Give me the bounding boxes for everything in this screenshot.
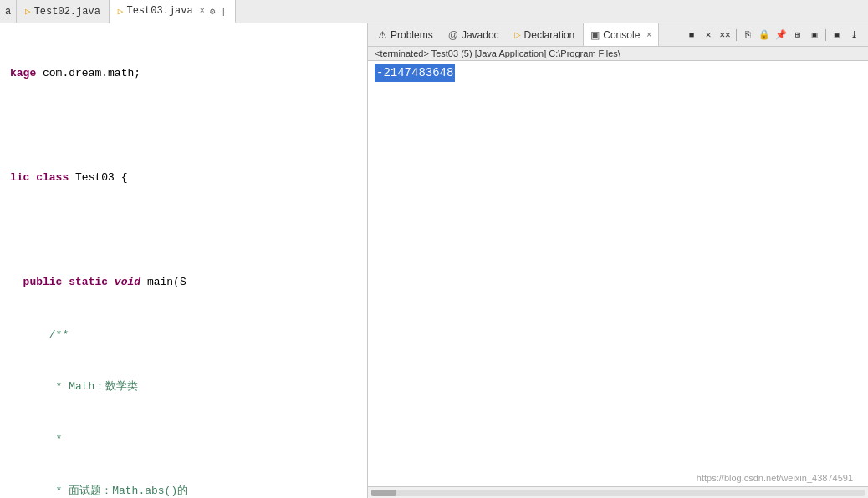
display-selected-icon[interactable]: ⊞ bbox=[790, 28, 805, 43]
panel-tab-problems-label: Problems bbox=[391, 29, 433, 41]
right-panel: ⚠ Problems @ Javadoc ▷ Declaration ▣ Con… bbox=[368, 23, 868, 498]
toolbar-sep-1 bbox=[736, 29, 737, 41]
java-file-icon-2: ▷ bbox=[118, 6, 124, 17]
panel-tab-declaration[interactable]: ▷ Declaration bbox=[508, 23, 582, 46]
console-scrollbar[interactable] bbox=[368, 486, 868, 498]
panel-tab-problems[interactable]: ⚠ Problems bbox=[371, 23, 440, 46]
console-content: <terminated> Test03 (5) [Java Applicatio… bbox=[368, 47, 868, 498]
lock-icon[interactable]: 🔒 bbox=[757, 28, 772, 43]
scrollbar-track[interactable] bbox=[371, 490, 865, 496]
tab-extra-icon: ⚙ | bbox=[210, 6, 227, 17]
tab-partial-label: a bbox=[5, 6, 11, 18]
panel-tab-console-label: Console bbox=[603, 29, 640, 41]
open-console-icon[interactable]: ▣ bbox=[807, 28, 822, 43]
tab-test03[interactable]: ▷ Test03.java × ⚙ | bbox=[110, 0, 236, 23]
code-line-1: kage com.dream.math; bbox=[10, 65, 357, 83]
problems-icon: ⚠ bbox=[378, 29, 387, 41]
output-value: -2147483648 bbox=[375, 64, 455, 82]
word-wrap-icon[interactable]: ⤓ bbox=[846, 28, 861, 43]
stop-icon[interactable]: ■ bbox=[684, 28, 699, 43]
panel-tab-javadoc[interactable]: @ Javadoc bbox=[442, 23, 506, 46]
panel-tab-javadoc-label: Javadoc bbox=[462, 29, 499, 41]
code-line-7: * Math：数学类 bbox=[10, 379, 357, 396]
console-output-area[interactable]: -2147483648 bbox=[368, 61, 868, 486]
java-file-icon: ▷ bbox=[25, 6, 31, 17]
console-status-bar: <terminated> Test03 (5) [Java Applicatio… bbox=[368, 47, 868, 61]
panel-tab-console[interactable]: ▣ Console × bbox=[583, 23, 659, 46]
remove-launch-icon[interactable]: ✕ bbox=[701, 28, 716, 43]
tab-test03-close[interactable]: × bbox=[200, 7, 205, 16]
editor-tab-bar: a ▷ Test02.java ▷ Test03.java × ⚙ | bbox=[0, 0, 868, 23]
panel-tab-bar: ⚠ Problems @ Javadoc ▷ Declaration ▣ Con… bbox=[368, 23, 868, 47]
code-line-9: * 面试题：Math.abs()的 bbox=[10, 483, 357, 498]
scrollbar-thumb[interactable] bbox=[371, 490, 396, 496]
declaration-icon: ▷ bbox=[514, 30, 521, 39]
code-line-4 bbox=[10, 221, 357, 239]
remove-all-icon[interactable]: ✕✕ bbox=[717, 28, 733, 43]
code-line-2 bbox=[10, 117, 357, 135]
code-line-3: lic class Test03 { bbox=[10, 170, 357, 187]
new-console-icon[interactable]: ▣ bbox=[830, 28, 845, 43]
tab-test02[interactable]: ▷ Test02.java bbox=[17, 0, 110, 23]
console-icon: ▣ bbox=[590, 29, 600, 41]
toolbar-sep-2 bbox=[825, 29, 826, 41]
copy-icon[interactable]: ⎘ bbox=[740, 28, 755, 43]
tab-test03-label: Test03.java bbox=[126, 5, 192, 17]
editor-pane: kage com.dream.math; lic class Test03 { … bbox=[0, 23, 368, 498]
tab-partial[interactable]: a bbox=[0, 0, 17, 23]
console-output-line: -2147483648 bbox=[375, 64, 861, 82]
pin-icon[interactable]: 📌 bbox=[774, 28, 789, 43]
javadoc-icon: @ bbox=[448, 29, 458, 41]
code-line-5: public static void main(S bbox=[10, 274, 357, 292]
tab-test02-label: Test02.java bbox=[34, 6, 100, 18]
code-line-6: /** bbox=[10, 327, 357, 344]
panel-tab-console-close[interactable]: × bbox=[646, 30, 651, 39]
code-line-8: * bbox=[10, 431, 357, 449]
code-editor[interactable]: kage com.dream.math; lic class Test03 { … bbox=[0, 23, 367, 498]
main-area: kage com.dream.math; lic class Test03 { … bbox=[0, 23, 868, 498]
toolbar-icons: ■ ✕ ✕✕ ⎘ 🔒 📌 ⊞ ▣ ▣ ⤓ bbox=[681, 28, 865, 43]
console-status-text: <terminated> Test03 (5) [Java Applicatio… bbox=[375, 48, 620, 58]
panel-tab-declaration-label: Declaration bbox=[524, 29, 575, 41]
